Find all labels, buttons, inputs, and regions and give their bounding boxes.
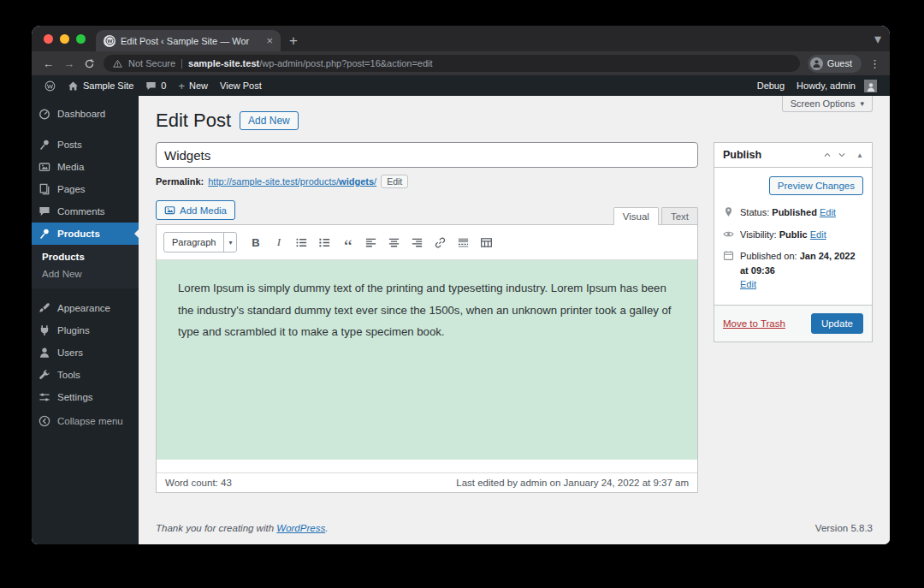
wp-logo-menu[interactable]	[38, 75, 62, 96]
format-select[interactable]: Paragraph ▾	[163, 232, 237, 252]
forward-icon[interactable]: →	[62, 58, 75, 69]
new-tab-button[interactable]: +	[289, 30, 298, 51]
align-right-button[interactable]	[406, 233, 428, 252]
submenu-item-products[interactable]: Products	[32, 248, 139, 265]
update-button[interactable]: Update	[811, 313, 863, 334]
wordpress-favicon-icon	[104, 35, 116, 47]
plug-icon	[38, 324, 50, 336]
italic-button[interactable]: I	[268, 233, 289, 252]
comments-menu[interactable]: 0	[139, 75, 172, 96]
refresh-icon[interactable]	[83, 58, 96, 69]
view-post-menu[interactable]: View Post	[214, 75, 268, 96]
insert-link-button[interactable]	[429, 233, 451, 252]
media-icon	[38, 161, 50, 173]
permalink-row: Permalink: http://sample-site.test/produ…	[156, 175, 698, 188]
new-label: New	[189, 80, 208, 91]
site-name-label: Sample Site	[83, 80, 133, 91]
sidebar-item-comments[interactable]: Comments	[32, 200, 139, 223]
permalink-label: Permalink:	[156, 176, 204, 187]
sidebar-item-products[interactable]: Products	[32, 223, 139, 245]
sidebar-item-media[interactable]: Media	[32, 156, 139, 178]
wordpress-link[interactable]: WordPress	[276, 523, 325, 533]
align-center-button[interactable]	[383, 233, 405, 252]
brush-icon	[38, 302, 50, 314]
wrench-icon	[38, 369, 50, 381]
close-tab-icon[interactable]: ×	[266, 35, 273, 46]
insert-more-tag-button[interactable]	[453, 233, 474, 252]
my-account-menu[interactable]: Howdy, admin	[791, 80, 883, 92]
editor-selected-text[interactable]: Lorem Ipsum is simply dummy text of the …	[157, 260, 697, 460]
sidebar-item-tools[interactable]: Tools	[32, 364, 139, 386]
comments-count: 0	[161, 80, 166, 91]
address-bar[interactable]: Not Secure sample-site.test/wp-admin/pos…	[104, 55, 800, 72]
edit-permalink-button[interactable]: Edit	[381, 175, 408, 188]
move-up-icon[interactable]	[823, 151, 832, 159]
publish-box: Publish ▲ Preview Changes	[714, 142, 873, 342]
bold-button[interactable]: B	[245, 233, 266, 252]
move-down-icon[interactable]	[838, 151, 846, 159]
publish-box-header[interactable]: Publish ▲	[714, 143, 872, 168]
edit-status-link[interactable]: Edit	[820, 207, 836, 217]
traffic-lights	[44, 34, 86, 44]
tab-visual[interactable]: Visual	[613, 207, 659, 225]
sidebar-item-settings[interactable]: Settings	[32, 386, 139, 408]
sidebar-item-posts[interactable]: Posts	[32, 134, 139, 156]
sidebar-item-appearance[interactable]: Appearance	[32, 297, 139, 319]
sidebar-item-pages[interactable]: Pages	[32, 178, 139, 200]
tab-search-chevron-icon[interactable]: ▾	[874, 31, 881, 47]
eye-icon	[723, 229, 734, 240]
collapse-arrow-icon	[38, 415, 50, 427]
back-icon[interactable]: ←	[42, 58, 55, 69]
sidebar-item-users[interactable]: Users	[32, 342, 139, 364]
move-to-trash-link[interactable]: Move to Trash	[723, 318, 785, 329]
browser-profile-button[interactable]: Guest	[808, 55, 862, 73]
debug-menu[interactable]: Debug	[751, 80, 791, 91]
edit-visibility-link[interactable]: Edit	[810, 229, 826, 240]
admin-sidebar: Dashboard Posts Media Pages Comments Pro…	[32, 96, 139, 544]
bulleted-list-button[interactable]	[291, 233, 312, 252]
view-post-label: View Post	[220, 80, 262, 91]
add-media-button[interactable]: Add Media	[156, 200, 235, 220]
minimize-window-button[interactable]	[60, 34, 69, 44]
home-icon	[68, 80, 79, 92]
preview-changes-button[interactable]: Preview Changes	[769, 176, 863, 195]
permalink-link[interactable]: http://sample-site.test/products/widgets…	[208, 176, 376, 187]
calendar-icon	[723, 250, 734, 261]
howdy-label: Howdy, admin	[797, 80, 856, 91]
admin-content: Screen Options ▾ Edit Post Add New Perma…	[139, 96, 890, 544]
footer-version: Version 5.8.3	[815, 523, 873, 533]
status-pin-icon	[723, 206, 734, 217]
comment-bubble-icon	[145, 80, 157, 92]
tab-text[interactable]: Text	[661, 207, 698, 225]
numbered-list-button[interactable]	[314, 233, 335, 252]
align-left-button[interactable]	[360, 233, 382, 252]
toggle-panel-icon[interactable]: ▲	[856, 151, 863, 159]
toolbar-toggle-button[interactable]	[476, 233, 497, 252]
visibility-row: Visibility: Public Edit	[723, 228, 863, 242]
browser-toolbar: ← → Not Secure sample-site.test/wp-admin…	[32, 51, 890, 75]
blockquote-button[interactable]: “	[337, 229, 358, 256]
browser-menu-icon[interactable]: ⋮	[869, 57, 880, 70]
status-value: Published	[772, 207, 817, 217]
submenu-item-add-new[interactable]: Add New	[32, 265, 139, 282]
editor: Paragraph ▾ B I “	[156, 224, 698, 493]
screen-options-button[interactable]: Screen Options ▾	[782, 96, 873, 112]
new-content-menu[interactable]: + New	[172, 75, 214, 96]
pushpin-icon	[38, 139, 50, 151]
collapse-menu-button[interactable]: Collapse menu	[32, 410, 139, 432]
editor-body[interactable]: Lorem Ipsum is simply dummy text of the …	[157, 260, 697, 472]
site-name-menu[interactable]: Sample Site	[62, 75, 139, 96]
add-new-button[interactable]: Add New	[240, 111, 299, 130]
admin-avatar	[864, 80, 877, 92]
zoom-window-button[interactable]	[76, 34, 86, 44]
publish-title: Publish	[723, 149, 823, 161]
post-title-input[interactable]	[156, 142, 698, 168]
browser-tab[interactable]: Edit Post ‹ Sample Site — Wor ×	[96, 30, 281, 51]
sidebar-item-plugins[interactable]: Plugins	[32, 319, 139, 342]
sidebar-item-dashboard[interactable]: Dashboard	[32, 103, 139, 125]
products-submenu: Products Add New	[32, 245, 139, 288]
close-window-button[interactable]	[44, 34, 53, 44]
debug-label: Debug	[757, 80, 785, 91]
edit-published-date-link[interactable]: Edit	[740, 279, 756, 289]
screen-options-label: Screen Options	[791, 98, 856, 109]
